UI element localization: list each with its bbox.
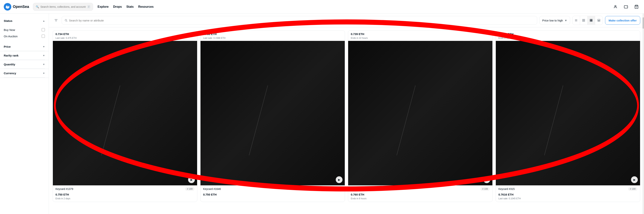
wallet-icon (624, 5, 628, 9)
nft-last-sale: Ends in 22 hours (348, 36, 492, 41)
nft-floor-price: 0.760 ETH (348, 192, 492, 197)
logo[interactable]: OpenSea (4, 3, 29, 11)
nft-name: Keycard #315 (498, 187, 514, 190)
nft-auction-time: — (200, 197, 345, 202)
search-bar-icon (64, 19, 68, 22)
quantity-filter-header[interactable]: Quantity ▼ (4, 60, 45, 69)
quantity-filter-label: Quantity (4, 63, 15, 66)
nav-stats[interactable]: Stats (126, 5, 134, 9)
nav-drops[interactable]: Drops (113, 5, 122, 9)
on-auction-checkbox[interactable] (42, 35, 45, 38)
nft-card[interactable]: 0.739 ETH Ends in 22 hours ▶ Keycard #18… (348, 30, 492, 202)
search-icon: 🔍 (36, 5, 39, 8)
cart-icon (634, 5, 638, 9)
collection-search-bar[interactable] (62, 16, 537, 25)
status-filter-options: Buy Now On Auction (4, 25, 45, 42)
wallet-icon-button[interactable] (622, 3, 630, 11)
nft-card[interactable]: 0.738 ETH Last sale: 0.1588 ETH ▶ Keycar… (200, 30, 345, 202)
status-filter-label: Status (4, 19, 12, 23)
svg-line-9 (66, 21, 67, 22)
sidebar-filters: Status ▲ Buy Now On Auction Price ▼ (0, 14, 49, 214)
user-icon (613, 5, 618, 9)
nft-image-visual (348, 41, 492, 185)
nft-name: Keycard #1379 (56, 187, 73, 190)
nav-explore[interactable]: Explore (98, 5, 109, 9)
nft-rank-badge: # 189 (333, 187, 342, 191)
filter-icon (54, 19, 58, 22)
nft-card[interactable]: 0.7449 ETH Ends in 20 hours ▶ Keycard #3… (496, 30, 640, 202)
nft-image-line (249, 85, 268, 155)
currency-filter-header[interactable]: Currency ▼ (4, 69, 45, 78)
small-grid-view-button[interactable] (580, 16, 588, 25)
collection-search-input[interactable] (69, 19, 534, 22)
scrollbar-thumb[interactable] (642, 17, 644, 29)
global-search-bar[interactable]: 🔍 / (33, 3, 93, 11)
view-toggles (572, 16, 603, 25)
list-view-icon (574, 19, 578, 22)
opensea-logo-icon (4, 3, 11, 11)
svg-rect-17 (590, 19, 591, 20)
filter-section-status: Status ▲ Buy Now On Auction (0, 17, 49, 42)
filter-section-currency: Currency ▼ (0, 69, 49, 78)
nft-auction-time: Last sale: 0.1045 ETH (496, 197, 640, 202)
buy-now-checkbox[interactable] (42, 28, 45, 32)
nft-price-top: 0.739 ETH (348, 31, 492, 36)
nft-auction-time: Ends in 8 hours (348, 197, 492, 202)
account-icon-button[interactable] (612, 3, 619, 11)
nft-card[interactable]: 0.734 ETH Last sale: 0.475 ETH ▶ Keycard… (53, 30, 197, 202)
play-button[interactable]: ▶ (188, 176, 195, 183)
nft-floor-price: 0.750 ETH (200, 192, 345, 197)
nft-rank-badge: # 189 (480, 187, 490, 191)
quantity-chevron-icon: ▼ (43, 63, 45, 66)
rarity-filter-label: Rarity rank (4, 54, 18, 57)
small-grid-icon (582, 19, 585, 22)
large-grid-view-button[interactable] (595, 16, 602, 25)
play-button[interactable]: ▶ (484, 176, 490, 183)
buy-now-label: Buy Now (4, 28, 15, 32)
buy-now-option[interactable]: Buy Now (4, 27, 45, 33)
content-area: Price low to high ▼ (49, 14, 644, 214)
sort-label: Price low to high (542, 19, 563, 22)
nav-icon-buttons (612, 3, 640, 11)
scrollbar[interactable] (642, 14, 644, 214)
play-button[interactable]: ▶ (631, 176, 638, 183)
toolbar: Price low to high ▼ (49, 14, 644, 27)
filter-section-rarity: Rarity rank ▼ (0, 51, 49, 60)
price-chevron-icon: ▼ (43, 45, 45, 48)
nft-price-top: 0.738 ETH (200, 31, 345, 36)
nft-image-visual (200, 41, 345, 185)
nav-resources[interactable]: Resources (138, 5, 154, 9)
global-search-input[interactable] (40, 5, 86, 8)
filter-toggle-button[interactable] (53, 17, 60, 24)
top-navigation: OpenSea 🔍 / Explore Drops Stats Resource… (0, 0, 644, 14)
svg-rect-18 (591, 19, 592, 20)
sort-chevron-icon: ▼ (564, 19, 567, 22)
rarity-filter-header[interactable]: Rarity rank ▼ (4, 51, 45, 60)
svg-rect-23 (599, 21, 600, 22)
sort-dropdown[interactable]: Price low to high ▼ (540, 16, 570, 25)
nft-image-visual (53, 41, 197, 185)
nft-grid-container: 0.734 ETH Last sale: 0.475 ETH ▶ Keycard… (49, 27, 644, 214)
nft-image-line (396, 85, 416, 155)
shortcut-slash: / (87, 5, 90, 8)
status-chevron-up-icon: ▲ (43, 20, 45, 22)
nft-auction-time: Ends in 2 days (53, 197, 197, 202)
nft-name: Keycard #1646 (203, 187, 221, 190)
nft-grid: 0.734 ETH Last sale: 0.475 ETH ▶ Keycard… (53, 30, 640, 202)
svg-rect-14 (584, 19, 585, 20)
currency-chevron-icon: ▼ (43, 72, 45, 75)
nft-image: ▶ (200, 41, 345, 185)
on-auction-option[interactable]: On Auction (4, 33, 45, 39)
make-collection-offer-button[interactable]: Make collection offer (605, 16, 640, 25)
cart-icon-button[interactable] (633, 3, 640, 11)
list-view-button[interactable] (572, 16, 580, 25)
filter-section-price: Price ▼ (0, 42, 49, 51)
play-button[interactable]: ▶ (336, 176, 342, 183)
nft-card-footer: Keycard #315 # 189 (496, 185, 640, 192)
medium-grid-view-button[interactable] (588, 16, 595, 25)
status-filter-header[interactable]: Status ▲ (4, 17, 45, 25)
svg-rect-3 (624, 6, 628, 8)
nft-image-line (544, 85, 563, 155)
price-filter-header[interactable]: Price ▼ (4, 42, 45, 51)
svg-point-2 (615, 5, 616, 7)
